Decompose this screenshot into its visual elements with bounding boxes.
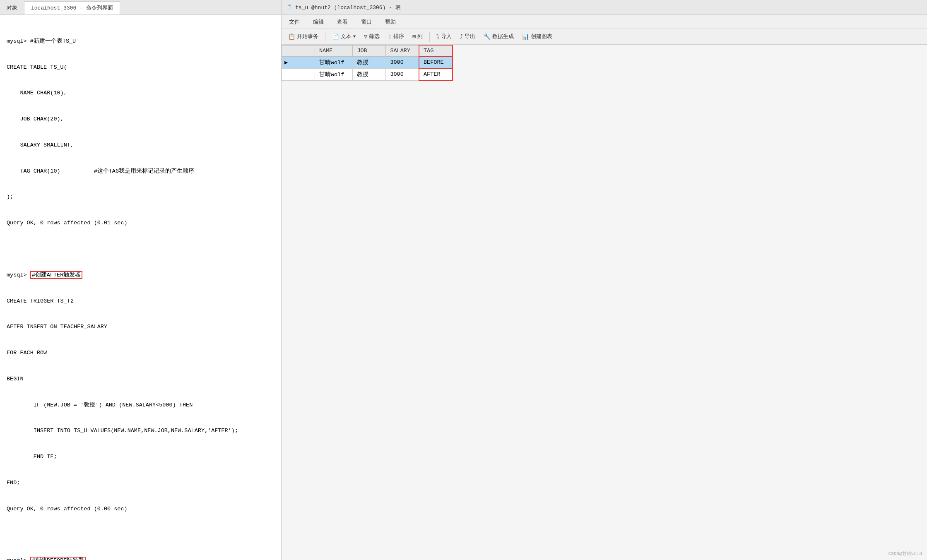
col-job[interactable]: JOB	[353, 45, 386, 56]
columns-icon: ⊞	[412, 33, 416, 40]
right-title-bar: 🗒 ts_u @hnut2 (localhost_3306) - 表	[282, 0, 927, 15]
btn-columns[interactable]: ⊞ 列	[409, 31, 426, 42]
btn-export-label: 导出	[465, 33, 475, 40]
btn-filter-label: 筛选	[369, 33, 380, 40]
export-icon: ⤴	[460, 34, 463, 40]
btn-datagen[interactable]: 🔧 数据生成	[480, 31, 517, 42]
left-panel: 对象 localhost_3306 - 命令列界面 mysql> #新建一个表T…	[0, 0, 282, 560]
line-blank-2	[7, 531, 274, 539]
filter-icon: ▽	[364, 33, 367, 40]
btn-transaction[interactable]: 📋 开始事务	[285, 31, 322, 42]
separator-2	[429, 32, 430, 42]
line-16: END IF;	[7, 453, 274, 461]
col-salary[interactable]: SALARY	[386, 45, 419, 56]
line-12: FOR EACH ROW	[7, 349, 274, 358]
table-row[interactable]: 甘晴wolf 教授 3000 AFTER	[282, 68, 453, 80]
btn-transaction-label: 开始事务	[297, 33, 318, 40]
line-after-prompt: mysql> #创建AFTER触发器	[7, 271, 274, 280]
line-6: TAG CHAR(10) #这个TAG我是用来标记记录的产生顺序	[7, 167, 274, 176]
btn-sort-label: 排序	[393, 33, 404, 40]
menu-bar: 文件 编辑 查看 窗口 帮助	[282, 15, 927, 29]
line-3: NAME CHAR(10),	[7, 89, 274, 98]
row-2-name: 甘晴wolf	[315, 68, 353, 80]
row-1-salary: 3000	[386, 56, 419, 68]
btn-columns-label: 列	[417, 33, 423, 40]
btn-export[interactable]: ⤴ 导出	[457, 31, 479, 42]
btn-import[interactable]: ⤵ 导入	[433, 31, 455, 42]
separator-1	[325, 32, 325, 42]
row-2-indicator	[282, 68, 315, 80]
chart-icon: 📊	[522, 33, 529, 40]
col-name[interactable]: NAME	[315, 45, 353, 56]
line-17: END;	[7, 479, 274, 488]
line-18: Query OK, 0 rows affected (0.00 sec)	[7, 505, 274, 514]
menu-edit[interactable]: 编辑	[311, 17, 326, 27]
btn-text-label: 文本	[341, 33, 352, 40]
terminal-content: mysql> #新建一个表TS_U CREATE TABLE TS_U( NAM…	[0, 15, 281, 560]
import-icon: ⤵	[436, 34, 439, 40]
col-indicator	[282, 45, 315, 56]
menu-window[interactable]: 窗口	[359, 17, 374, 27]
before-trigger-comment: #创建BEFORE触发器	[30, 557, 86, 560]
line-10: CREATE TRIGGER TS_T2	[7, 297, 274, 306]
row-1-job: 教授	[353, 56, 386, 68]
table-container: NAME JOB SALARY TAG ▶ 甘晴wolf 教授 3000 BEF…	[282, 45, 927, 560]
btn-filter[interactable]: ▽ 筛选	[361, 31, 383, 42]
sort-icon: ↕	[388, 34, 391, 40]
menu-help[interactable]: 帮助	[383, 17, 398, 27]
after-trigger-comment: #创建AFTER触发器	[30, 271, 83, 279]
transaction-icon: 📋	[288, 33, 295, 40]
row-1-indicator: ▶	[282, 56, 315, 68]
btn-import-label: 导入	[441, 33, 452, 40]
btn-sort[interactable]: ↕ 排序	[385, 31, 407, 42]
right-panel: 🗒 ts_u @hnut2 (localhost_3306) - 表 文件 编辑…	[282, 0, 927, 560]
row-2-tag: AFTER	[419, 68, 453, 80]
text-icon: 📄	[332, 33, 339, 40]
btn-datagen-label: 数据生成	[492, 33, 514, 40]
table-row[interactable]: ▶ 甘晴wolf 教授 3000 BEFORE	[282, 56, 453, 68]
row-1-name: 甘晴wolf	[315, 56, 353, 68]
watermark: CSDN@甘晴void	[888, 550, 922, 557]
line-4: JOB CHAR(20),	[7, 115, 274, 124]
row-2-job: 教授	[353, 68, 386, 80]
right-title: ts_u @hnut2 (localhost_3306) - 表	[295, 4, 401, 11]
menu-view[interactable]: 查看	[335, 17, 350, 27]
tab-bar: 对象 localhost_3306 - 命令列界面	[0, 0, 281, 15]
btn-chart[interactable]: 📊 创建图表	[519, 31, 556, 42]
table-icon: 🗒	[287, 4, 293, 11]
line-1: mysql> #新建一个表TS_U	[7, 37, 274, 46]
tab-terminal[interactable]: localhost_3306 - 命令列界面	[24, 1, 120, 14]
line-8: Query OK, 0 rows affected (0.01 sec)	[7, 219, 274, 228]
tab-object[interactable]: 对象	[0, 1, 24, 14]
btn-chart-label: 创建图表	[531, 33, 552, 40]
toolbar: 📋 开始事务 📄 文本 ▼ ▽ 筛选 ↕ 排序 ⊞ 列 ⤵ 导入 ⤴ 导出	[282, 29, 927, 45]
btn-text[interactable]: 📄 文本 ▼	[329, 31, 359, 42]
line-11: AFTER INSERT ON TEACHER_SALARY	[7, 323, 274, 332]
line-5: SALARY SMALLINT,	[7, 141, 274, 150]
col-tag[interactable]: TAG	[419, 45, 453, 56]
line-14: IF (NEW.JOB = '教授') AND (NEW.SALARY<5000…	[7, 401, 274, 410]
line-blank-1	[7, 245, 274, 254]
line-7: );	[7, 193, 274, 202]
line-13: BEGIN	[7, 375, 274, 384]
line-2: CREATE TABLE TS_U(	[7, 63, 274, 72]
row-1-tag: BEFORE	[419, 56, 453, 68]
line-15: INSERT INTO TS_U VALUES(NEW.NAME,NEW.JOB…	[7, 427, 274, 435]
datagen-icon: 🔧	[484, 33, 491, 40]
data-table: NAME JOB SALARY TAG ▶ 甘晴wolf 教授 3000 BEF…	[282, 45, 453, 81]
menu-file[interactable]: 文件	[287, 17, 302, 27]
dropdown-arrow-icon: ▼	[353, 34, 356, 39]
row-2-salary: 3000	[386, 68, 419, 80]
line-before-prompt: mysql> #创建BEFORE触发器	[7, 557, 274, 560]
